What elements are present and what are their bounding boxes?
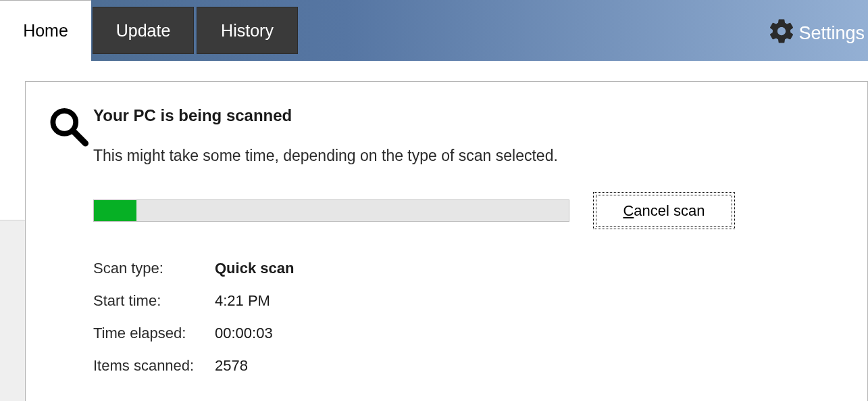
detail-value-start-time: 4:21 PM [215,292,270,310]
detail-row-time-elapsed: Time elapsed: 00:00:03 [93,325,847,342]
detail-label-items-scanned: Items scanned: [93,357,215,375]
settings-label: Settings [798,23,865,44]
detail-value-items-scanned: 2578 [215,357,248,375]
gear-icon [767,17,798,50]
search-icon [46,102,90,149]
scan-subtitle: This might take some time, depending on … [93,147,847,165]
cancel-rest: ancel scan [634,202,705,219]
detail-row-scan-type: Scan type: Quick scan [93,260,847,277]
progress-row: Cancel scan [93,192,847,229]
progress-fill [94,200,136,221]
cancel-scan-button[interactable]: Cancel scan [593,192,735,229]
header-bar: Home Update History Settings [0,0,868,61]
tab-home[interactable]: Home [0,0,91,61]
tab-update-label: Update [116,21,171,41]
svg-line-1 [73,131,85,143]
scan-title: Your PC is being scanned [93,106,847,125]
detail-value-time-elapsed: 00:00:03 [215,325,273,342]
tab-home-label: Home [23,21,68,41]
tab-update[interactable]: Update [93,7,194,54]
detail-row-start-time: Start time: 4:21 PM [93,292,847,310]
scan-header: Your PC is being scanned This might take… [46,102,847,192]
detail-label-scan-type: Scan type: [93,260,215,277]
progress-bar [93,199,569,222]
content-panel: Your PC is being scanned This might take… [25,81,868,401]
settings-link[interactable]: Settings [767,17,865,50]
cancel-letter: C [623,202,634,219]
detail-row-items-scanned: Items scanned: 2578 [93,357,847,375]
tab-history-label: History [221,21,274,41]
detail-label-time-elapsed: Time elapsed: [93,325,215,342]
scan-details: Scan type: Quick scan Start time: 4:21 P… [93,260,847,375]
tab-history[interactable]: History [197,7,298,54]
detail-label-start-time: Start time: [93,292,215,310]
side-panel-stub [0,220,25,401]
detail-value-scan-type: Quick scan [215,260,294,277]
